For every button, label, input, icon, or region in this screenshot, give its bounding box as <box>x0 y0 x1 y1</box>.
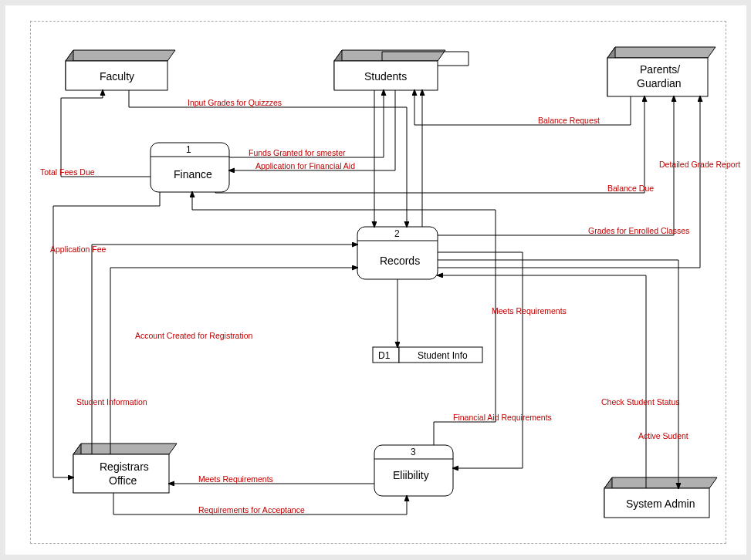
entity-sysadmin: System Admin <box>604 477 717 518</box>
svg-marker-6 <box>607 47 715 58</box>
d1-id: D1 <box>378 350 391 361</box>
flow-check-status: Check Student Status <box>601 397 680 407</box>
flow-funds-granted: Funds Granted for smester <box>249 148 346 157</box>
d1-name: Student Info <box>418 350 468 361</box>
process-finance: 1 Finance <box>151 143 229 192</box>
entity-parents: Parents/ Guardian <box>607 47 715 96</box>
entity-registrars: Registrars Office <box>73 444 177 493</box>
flow-detailed-grade: Detailed Grade Report <box>659 160 740 169</box>
dfd-diagram: Faculty Students Parents/ Guardian Regis… <box>5 5 746 555</box>
datastore-d1: D1 Student Info <box>373 347 482 363</box>
svg-marker-0 <box>66 50 175 61</box>
p3-name: Eliibility <box>393 469 429 481</box>
sysadmin-label: System Admin <box>626 498 695 510</box>
page: Faculty Students Parents/ Guardian Regis… <box>5 5 746 555</box>
entity-faculty: Faculty <box>66 50 175 90</box>
parents-label2: Guardian <box>637 77 682 89</box>
flow-application-fee: Application Fee <box>50 245 107 254</box>
registrars-label2: Office <box>109 474 137 487</box>
flow-grades-enrolled: Grades for Enrolled Classes <box>588 226 689 235</box>
faculty-label: Faculty <box>100 70 134 83</box>
entity-students: Students <box>334 50 445 90</box>
students-label: Students <box>364 70 407 83</box>
process-records: 2 Records <box>357 227 438 279</box>
p1-name: Finance <box>174 168 212 180</box>
p2-name: Records <box>380 255 420 267</box>
flow-app-finaid: Application for Financial Aid <box>255 161 355 170</box>
flow-finaid-req: Financial Aid Requirements <box>453 413 552 422</box>
flow-account-created: Account Created for Registration <box>135 331 252 340</box>
registrars-label1: Registrars <box>100 460 149 473</box>
svg-marker-12 <box>604 477 717 488</box>
p1-num: 1 <box>186 144 191 155</box>
flow-student-info: Student Information <box>76 397 147 407</box>
p2-num: 2 <box>394 228 400 239</box>
flow-req-acceptance: Requirements for Acceptance <box>198 505 305 514</box>
flow-active-student: Active Sudent <box>638 431 688 440</box>
flow-total-fees: Total Fees Due <box>40 167 95 177</box>
flow-meets-req2: Meets Requirements <box>198 474 273 484</box>
flow-meets-req: Meets Requirements <box>492 306 567 315</box>
p3-num: 3 <box>411 447 416 457</box>
parents-label1: Parents/ <box>640 63 680 76</box>
process-eligibility: 3 Eliibility <box>374 445 453 496</box>
flow-balance-due: Balance Due <box>607 184 654 193</box>
flow-input-grades: Input Grades for Quizzzes <box>188 98 282 107</box>
svg-marker-9 <box>73 444 177 454</box>
flow-balance-request: Balance Request <box>538 116 600 125</box>
